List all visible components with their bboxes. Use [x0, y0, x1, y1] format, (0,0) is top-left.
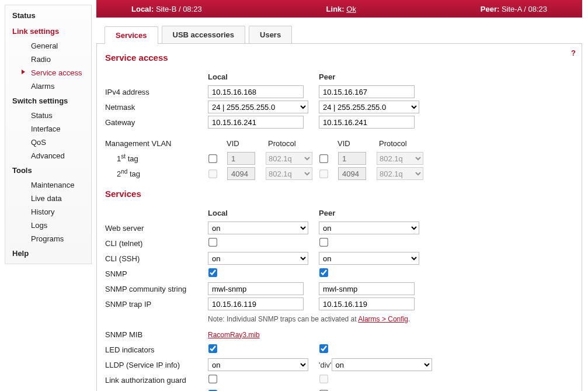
nav-sw-qos[interactable]: QoS — [5, 136, 91, 149]
nav-sw-interface[interactable]: Interface — [5, 122, 91, 136]
tag1-vid-peer-input — [338, 152, 366, 165]
snmp-note: Note: Individual SNMP traps can be activ… — [208, 315, 410, 323]
nav-help[interactable]: Help — [5, 245, 91, 261]
led-local-checkbox[interactable] — [208, 344, 217, 353]
snmp-local-checkbox[interactable] — [208, 268, 217, 277]
tab-services[interactable]: Services — [105, 26, 158, 44]
tag1-local-checkbox[interactable] — [208, 154, 217, 163]
header-vid-peer: VID — [338, 139, 379, 148]
nav-history[interactable]: History — [5, 205, 91, 219]
ipv4-local-input[interactable] — [208, 85, 304, 98]
topbar-peer-label: Peer: — [481, 5, 502, 13]
section-service-access: Service access — [105, 53, 573, 63]
tag1-vid-local-input — [227, 152, 255, 165]
tag1-proto-peer-select: 802.1q — [377, 152, 423, 165]
topbar-local-label: Local: — [131, 5, 156, 13]
tag1-peer-checkbox[interactable] — [319, 154, 328, 163]
snmp-trap-peer-input[interactable] — [319, 297, 415, 310]
tag2-local-checkbox — [208, 169, 217, 178]
section-services: Services — [105, 189, 573, 199]
col-header-peer-2: Peer — [319, 209, 430, 217]
tag1-proto-local-select: 802.1q — [266, 152, 312, 165]
label-snmp-trap: SNMP trap IP — [105, 300, 208, 309]
lldp-local-select[interactable]: on — [208, 358, 308, 371]
help-icon[interactable]: ? — [571, 49, 576, 57]
cli-telnet-local-checkbox[interactable] — [208, 238, 217, 247]
topbar-link-value[interactable]: Ok — [346, 5, 356, 13]
led-peer-checkbox[interactable] — [319, 344, 328, 353]
linkauth-peer-checkbox — [319, 375, 328, 383]
lldp-peer-select[interactable]: on — [332, 358, 432, 371]
label-netmask: Netmask — [105, 103, 208, 112]
snmp-mib-link[interactable]: RacomRay3.mib — [208, 331, 260, 339]
tag2-vid-peer-input — [338, 167, 366, 180]
label-webserver: Web server — [105, 224, 208, 233]
snmp-note-link[interactable]: Alarms > Config — [358, 315, 408, 323]
webserver-peer-select[interactable]: on — [319, 222, 419, 234]
label-tag1: 1st tag — [105, 153, 208, 163]
label-snmp-mib: SNMP MIB — [105, 330, 208, 339]
tag2-proto-local-select: 802.1q — [266, 167, 312, 180]
label-gateway: Gateway — [105, 118, 208, 127]
webserver-local-select[interactable]: on — [208, 222, 308, 234]
link-status-bar: Local: Site-B / 08:23 Link: Ok Peer: Sit… — [96, 0, 582, 18]
nav-link-settings[interactable]: Link settings — [5, 23, 91, 39]
label-linkauth: Link authorization guard — [105, 376, 208, 385]
label-cli-ssh: CLI (SSH) — [105, 254, 208, 263]
nav-radio[interactable]: Radio — [5, 53, 91, 66]
label-ipv4: IPv4 address — [105, 88, 208, 96]
tag2-vid-local-input — [227, 167, 255, 180]
netmask-local-select[interactable]: 24 | 255.255.255.0 — [208, 101, 308, 113]
linkauth-local-checkbox[interactable] — [208, 375, 217, 383]
col-header-local-2: Local — [208, 209, 319, 217]
netmask-peer-select[interactable]: 24 | 255.255.255.0 — [319, 101, 419, 113]
nav-service-access[interactable]: Service access — [5, 66, 91, 79]
tab-users[interactable]: Users — [249, 26, 292, 43]
nav-switch-settings[interactable]: Switch settings — [5, 93, 91, 109]
header-protocol-peer: Protocol — [379, 139, 407, 148]
header-protocol-local: Protocol — [268, 139, 296, 148]
nav-alarms[interactable]: Alarms — [5, 79, 91, 93]
nav-tools[interactable]: Tools — [5, 162, 91, 178]
snmp-comm-peer-input[interactable] — [319, 282, 415, 295]
nav-status[interactable]: Status — [5, 8, 91, 23]
gateway-peer-input[interactable] — [319, 116, 415, 129]
topbar-peer-value: Site-A / 08:23 — [502, 5, 547, 13]
nav-live-data[interactable]: Live data — [5, 192, 91, 205]
topbar-link-label: Link: — [326, 5, 347, 13]
tab-usb[interactable]: USB accessories — [162, 26, 246, 43]
nav-sw-status[interactable]: Status — [5, 109, 91, 122]
tag2-peer-checkbox — [319, 169, 328, 178]
col-header-peer: Peer — [319, 72, 430, 81]
gateway-local-input[interactable] — [208, 116, 304, 129]
col-header-local: Local — [208, 72, 319, 81]
nav-programs[interactable]: Programs — [5, 232, 91, 245]
snmp-peer-checkbox[interactable] — [319, 268, 328, 277]
nav-maintenance[interactable]: Maintenance — [5, 178, 91, 192]
label-cli-telnet: CLI (telnet) — [105, 239, 208, 248]
label-lldp: LLDP (Service IP info) — [105, 361, 208, 369]
snmp-comm-local-input[interactable] — [208, 282, 304, 295]
snmp-trap-local-input[interactable] — [208, 297, 304, 310]
header-vid-local: VID — [227, 139, 268, 148]
nav-logs[interactable]: Logs — [5, 219, 91, 232]
cli-ssh-peer-select[interactable]: on — [319, 252, 419, 265]
label-mgmt-vlan: Management VLAN — [105, 139, 208, 148]
nav-sw-advanced[interactable]: Advanced — [5, 149, 91, 162]
label-snmp: SNMP — [105, 269, 208, 278]
tag2-proto-peer-select: 802.1q — [377, 167, 423, 180]
label-led: LED indicators — [105, 345, 208, 354]
topbar-local-value: Site-B / 08:23 — [156, 5, 202, 13]
label-tag2: 2nd tag — [105, 168, 208, 178]
cli-telnet-peer-checkbox[interactable] — [319, 238, 328, 247]
nav-general[interactable]: General — [5, 39, 91, 53]
label-snmp-comm: SNMP community string — [105, 285, 208, 293]
cli-ssh-local-select[interactable]: on — [208, 252, 308, 265]
ipv4-peer-input[interactable] — [319, 85, 415, 98]
